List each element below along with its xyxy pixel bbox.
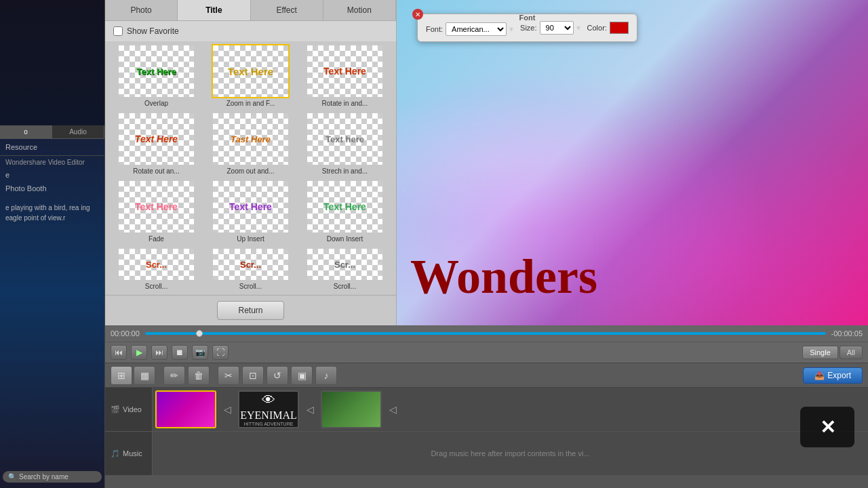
music-track-name: Music — [123, 449, 142, 458]
effect-zoom-in-label: Zoom in and F... — [226, 100, 275, 107]
effect-overlap[interactable]: Text Here Overlap — [111, 44, 202, 109]
edit-icon: ✏ — [170, 370, 178, 381]
preview-panel: ✕ Font Font: American... ▾ Size: 90 ▾ — [397, 0, 868, 325]
adjust-icon: ▣ — [298, 370, 307, 381]
timeline-bar: 00:00:00 -00:00:05 — [105, 325, 868, 342]
sidebar-top — [0, 0, 104, 125]
forward-button[interactable]: ⏭ — [151, 345, 167, 360]
effect-scroll-1[interactable]: Scr... Scroll... — [111, 247, 202, 292]
clip-eyenimal[interactable]: 👁 EYENIMAL HITTING ADVENTURE — [238, 390, 299, 428]
toolbar-rotate-button[interactable]: ↺ — [267, 366, 288, 385]
sidebar-photo-booth[interactable]: Photo Booth — [0, 182, 104, 195]
color-swatch[interactable] — [610, 22, 629, 34]
show-favorite-checkbox[interactable] — [113, 26, 123, 36]
toolbar-delete-button[interactable]: 🗑 — [188, 366, 210, 385]
search-placeholder: Search by name — [19, 473, 68, 481]
effect-rotate-out-preview: Text Here — [117, 112, 195, 166]
return-button[interactable]: Return — [217, 301, 283, 320]
effect-rotate-in[interactable]: Text Here Rotate in and... — [299, 44, 391, 109]
resource-label: Resource — [0, 139, 104, 156]
clip-nature[interactable] — [321, 390, 382, 428]
color-field: Color: — [587, 22, 629, 34]
app-name-label: Wondershare Video Editor — [0, 156, 104, 169]
play-button[interactable]: ▶ — [131, 345, 147, 360]
effect-rotate-out-label: Rotate out an... — [133, 167, 179, 175]
eyenimal-name: EYENIMAL — [240, 409, 297, 422]
effect-zoom-text: Text Here — [228, 66, 273, 77]
toolbar-adjust-button[interactable]: ▣ — [291, 366, 313, 385]
delete-overlay[interactable]: ✕ — [800, 407, 854, 447]
effect-rotate-out[interactable]: Text Here Rotate out an... — [111, 112, 202, 177]
tab-motion[interactable]: Motion — [323, 0, 396, 20]
single-mode-button[interactable]: Single — [802, 346, 838, 359]
size-selector[interactable]: 90 — [540, 21, 574, 35]
effect-strech-in[interactable]: Text here Strech in and... — [299, 112, 391, 177]
transition-2[interactable]: ◁ — [302, 401, 318, 418]
effect-overlap-preview: Text Here — [117, 44, 195, 98]
trim-icon: ⊡ — [249, 370, 257, 381]
effect-strech-in-text: Text here — [326, 134, 364, 144]
tab-effect[interactable]: Effect — [251, 0, 323, 20]
effect-scroll-3[interactable]: Scr... Scroll... — [299, 247, 391, 292]
effect-zoom-out[interactable]: Tast Here Zoom out and... — [205, 112, 296, 177]
toolbar-view-group: ⊞ ▦ — [111, 366, 155, 385]
toolbar-cut-button[interactable]: ✂ — [218, 366, 239, 385]
effect-strech-in-preview: Text here — [306, 112, 384, 166]
toolbar-trim-button[interactable]: ⊡ — [242, 366, 264, 385]
toolbar-timeline-view[interactable]: ▦ — [134, 366, 155, 385]
effect-zoom-in-preview: Text Here — [212, 44, 290, 98]
transition-1[interactable]: ◁ — [219, 401, 235, 418]
tab-photo[interactable]: Photo — [105, 0, 178, 20]
effect-overlap-text: Text Here — [136, 66, 176, 77]
top-tabs: Photo Title Effect Motion — [105, 0, 396, 21]
effect-fade-preview: Text Here — [117, 180, 195, 234]
end-time: -00:00:05 — [831, 329, 863, 338]
all-mode-button[interactable]: All — [840, 346, 863, 359]
toolbar-audio-button[interactable]: ♪ — [315, 366, 337, 385]
effect-rotate-in-label: Rotate in and... — [322, 100, 368, 107]
stop-button[interactable]: ⏹ — [172, 345, 188, 360]
font-field: Font: American... ▾ — [426, 22, 513, 36]
eyenimal-subtitle: HITTING ADVENTURE — [244, 422, 294, 426]
effect-strech-in-label: Strech in and... — [322, 167, 368, 175]
effect-fade-text: Text Here — [135, 201, 178, 212]
effects-grid: Text Here Overlap Text Here Zoom in and … — [105, 41, 396, 295]
effect-down-insert[interactable]: Text Here Down Insert — [299, 180, 391, 245]
effect-zoom-in[interactable]: Text Here Zoom in and F... — [205, 44, 296, 109]
toolbar-edit-button[interactable]: ✏ — [163, 366, 185, 385]
sidebar-tab-media[interactable]: o — [0, 125, 52, 138]
rewind-button[interactable]: ⏮ — [111, 345, 127, 360]
effect-scroll-2[interactable]: Scr... Scroll... — [205, 247, 296, 292]
effect-fade[interactable]: Text Here Fade — [111, 180, 202, 245]
music-placeholder-text: Drag music here after import contents in… — [431, 449, 589, 458]
screenshot-button[interactable]: 📷 — [192, 345, 208, 360]
font-dropdown-icon: ▾ — [509, 24, 513, 34]
effect-zoom-out-preview: Tast Here — [212, 112, 290, 166]
font-label: Font: — [426, 25, 443, 33]
toolbar-video-view[interactable]: ⊞ — [111, 366, 132, 385]
delete-x-icon: ✕ — [820, 416, 835, 439]
search-bar[interactable]: 🔍 Search by name — [3, 471, 102, 483]
clip-purple[interactable] — [155, 390, 216, 428]
title-panel: Photo Title Effect Motion Show Favorite … — [105, 0, 397, 325]
sidebar-item-1[interactable]: e — [0, 169, 104, 181]
font-dialog-close[interactable]: ✕ — [412, 9, 423, 20]
search-icon: 🔍 — [8, 473, 16, 481]
timeline-thumb[interactable] — [196, 330, 203, 337]
transition-3[interactable]: ◁ — [384, 401, 401, 418]
timeline-track[interactable] — [145, 332, 826, 335]
effect-up-insert[interactable]: Text Here Up Insert — [205, 180, 296, 245]
font-selector[interactable]: American... — [446, 22, 507, 36]
sidebar-tabs: o Audio — [0, 125, 104, 139]
controls-row: ⏮ ▶ ⏭ ⏹ 📷 ⛶ Single All — [105, 342, 868, 363]
sidebar-tab-audio[interactable]: Audio — [52, 125, 104, 138]
return-btn-area: Return — [105, 295, 396, 325]
effect-up-insert-text: Text Here — [229, 201, 272, 212]
cut-icon: ✂ — [224, 370, 233, 381]
export-button[interactable]: 📤 Export — [803, 367, 863, 384]
fullscreen-button[interactable]: ⛶ — [212, 345, 229, 360]
effect-scroll-2-preview: Scr... — [212, 247, 290, 281]
tab-title[interactable]: Title — [178, 0, 250, 20]
export-icon: 📤 — [814, 371, 825, 380]
effect-scroll-2-text: Scr... — [240, 260, 261, 270]
